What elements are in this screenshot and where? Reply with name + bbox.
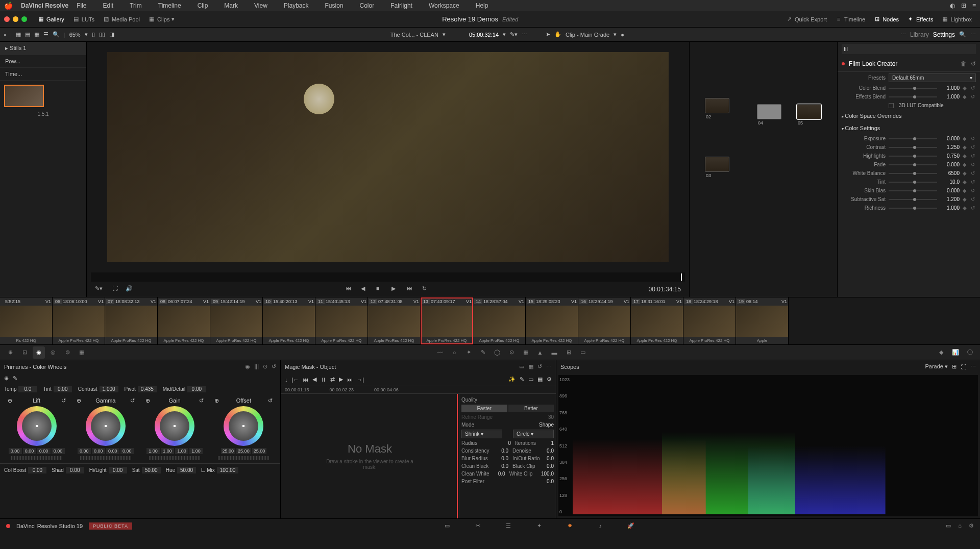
param-value[interactable]: 0.00: [187, 386, 206, 392]
tool-icon[interactable]: ▬: [548, 346, 560, 359]
color-space-overrides-section[interactable]: Color Space Overrides: [838, 110, 980, 122]
wheel-mode-icon[interactable]: ◉: [245, 363, 250, 370]
wheel-mode-icon[interactable]: ⊙: [263, 363, 267, 370]
reset-icon[interactable]: ↺: [971, 85, 976, 91]
param-value[interactable]: 0.0: [496, 463, 508, 469]
param-slider[interactable]: [889, 164, 937, 165]
shape-dropdown[interactable]: Circle ▾: [513, 430, 554, 438]
tool-icon[interactable]: 〰: [434, 346, 446, 359]
wheel-value[interactable]: 0.00: [9, 448, 22, 454]
library-tab[interactable]: Library: [910, 29, 929, 40]
clip-thumbnail[interactable]: 1618:29:44:19V1Apple ProRes 422 HQ: [578, 297, 631, 344]
clip-thumbnail[interactable]: 1015:40:20:13V1Apple ProRes 422 HQ: [263, 297, 315, 344]
more-icon[interactable]: ⋯: [522, 31, 527, 38]
gallery-tab[interactable]: Time...: [0, 68, 86, 81]
tool-icon[interactable]: ◆: [935, 346, 947, 359]
pause-icon[interactable]: ⏸: [321, 377, 326, 383]
wheel-value[interactable]: 0.00: [37, 448, 51, 454]
wheel-value[interactable]: 0.00: [78, 448, 91, 454]
settings-tab[interactable]: Settings: [933, 29, 955, 40]
param-value[interactable]: 50.00: [177, 467, 196, 473]
param-slider[interactable]: [889, 199, 937, 200]
quality-faster-button[interactable]: Faster: [461, 405, 507, 412]
more-icon[interactable]: ⋯: [970, 31, 976, 38]
gallery-tab[interactable]: ▸ Stills 1: [0, 42, 86, 55]
node-04[interactable]: [757, 104, 781, 119]
keyframe-icon[interactable]: ◆: [963, 136, 968, 141]
wand-icon[interactable]: ✎▾: [510, 31, 518, 38]
edit-page-icon[interactable]: ☰: [503, 521, 513, 531]
quality-better-button[interactable]: Better: [508, 405, 554, 412]
tool-icon[interactable]: ◯: [491, 346, 503, 359]
mediapool-button[interactable]: ▧Media Pool: [99, 14, 144, 25]
keyframe-icon[interactable]: ◆: [963, 188, 968, 193]
more-icon[interactable]: ⋯: [546, 363, 552, 370]
menu-item[interactable]: Playback: [284, 2, 309, 9]
param-value[interactable]: 0.0: [547, 456, 554, 461]
wheel-value[interactable]: 1.00: [175, 448, 188, 454]
home-icon[interactable]: [6, 524, 10, 528]
color-settings-section[interactable]: Color Settings: [838, 122, 980, 134]
wheel-value[interactable]: 1.00: [146, 448, 160, 454]
menu-extra-icon[interactable]: ◐: [950, 2, 955, 9]
reset-icon[interactable]: ↺: [971, 94, 976, 99]
fusion-page-icon[interactable]: ✦: [534, 521, 544, 531]
menu-item[interactable]: Edit: [103, 2, 114, 9]
zoom-value[interactable]: 65%: [69, 32, 81, 38]
thumbnail-icon[interactable]: ▪: [4, 32, 6, 38]
picker-icon[interactable]: ⊕: [4, 375, 9, 382]
color-wheel-lift[interactable]: [17, 406, 57, 446]
tool-icon[interactable]: ▦: [520, 346, 532, 359]
param-slider[interactable]: [889, 208, 937, 209]
tool-icon[interactable]: ✎: [477, 346, 489, 359]
tool-icon[interactable]: ◎: [47, 346, 59, 359]
tool-icon[interactable]: ▭: [577, 346, 589, 359]
param-value[interactable]: 6500: [940, 170, 960, 176]
param-value[interactable]: 0.0: [547, 479, 554, 484]
param-value[interactable]: 1.250: [940, 144, 960, 150]
param-value[interactable]: 0.0: [18, 386, 37, 392]
split-icon[interactable]: ▯: [92, 31, 95, 38]
reset-icon[interactable]: ↺: [971, 136, 976, 141]
prev-frame-icon[interactable]: ◀: [361, 285, 369, 293]
param-value[interactable]: 0.0: [496, 448, 508, 454]
param-slider[interactable]: [889, 190, 937, 191]
menu-item[interactable]: Clip: [198, 2, 208, 9]
param-value[interactable]: 0.435: [138, 386, 157, 392]
parade-scope[interactable]: 10238967686405123842561280: [558, 375, 978, 516]
effects-search-input[interactable]: [842, 44, 976, 54]
tool-icon[interactable]: ⊙: [505, 346, 518, 359]
reset-icon[interactable]: ↺: [130, 397, 135, 404]
param-value[interactable]: 0.750: [940, 153, 960, 159]
3d-lut-checkbox[interactable]: [889, 103, 894, 108]
menu-item[interactable]: Workspace: [429, 2, 459, 9]
menu-item[interactable]: Color: [360, 2, 375, 9]
wheel-mode-icon[interactable]: |||: [254, 363, 259, 370]
last-frame-icon[interactable]: ⏭: [347, 377, 353, 383]
mask-tool-icon[interactable]: ↓: [285, 377, 288, 383]
keyframe-icon[interactable]: ◆: [963, 144, 968, 150]
trash-icon[interactable]: 🗑: [961, 60, 967, 67]
view-list-icon[interactable]: ☰: [43, 31, 48, 38]
clip-thumbnail[interactable]: 1906:14V1Apple: [736, 297, 789, 344]
mask-icon[interactable]: ▭: [519, 363, 524, 370]
clip-thumbnail[interactable]: 1718:31:16:01V1Apple ProRes 422 HQ: [631, 297, 683, 344]
clip-thumbnails[interactable]: 5:52:15V1Rs 422 HQ0618:06:10:00V1Apple P…: [0, 297, 980, 345]
tool-icon[interactable]: ⊡: [18, 346, 31, 359]
wheel-value[interactable]: 25.00: [252, 448, 267, 454]
mode-dropdown[interactable]: Shrink ▾: [461, 430, 502, 438]
mask-view-icon[interactable]: ▦: [537, 376, 543, 383]
keyframe-icon[interactable]: ◆: [963, 153, 968, 159]
mask-icon[interactable]: ▦: [528, 363, 533, 370]
tool-icon[interactable]: 📊: [949, 346, 962, 359]
param-value[interactable]: 10.0: [940, 179, 960, 185]
home-icon[interactable]: ⌂: [958, 522, 962, 529]
clip-thumbnail[interactable]: 0618:06:10:00V1Apple ProRes 422 HQ: [53, 297, 105, 344]
tool-icon[interactable]: ⓘ: [964, 346, 976, 359]
scope-icon[interactable]: ⛶: [961, 364, 966, 370]
tool-icon[interactable]: ✦: [462, 346, 475, 359]
viewer-image[interactable]: [107, 52, 669, 262]
picker-icon[interactable]: ⊕: [77, 397, 81, 404]
clip-thumbnail[interactable]: 1518:29:08:23V1Apple ProRes 422 HQ: [526, 297, 578, 344]
media-page-icon[interactable]: ▭: [442, 521, 452, 531]
